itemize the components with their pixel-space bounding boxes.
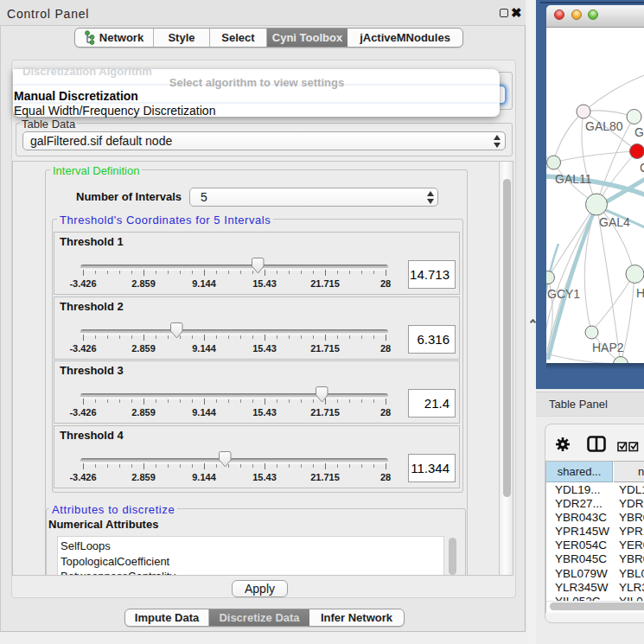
- svg-text:H: H: [636, 286, 644, 300]
- svg-text:GAL80: GAL80: [585, 119, 623, 133]
- svg-text:GA: GA: [634, 125, 644, 139]
- svg-text:GAL4: GAL4: [599, 215, 630, 229]
- svg-text:HAP2: HAP2: [592, 341, 624, 354]
- svg-text:C: C: [640, 161, 644, 175]
- svg-text:GAL11: GAL11: [555, 172, 592, 186]
- svg-text:GCY1: GCY1: [547, 287, 580, 301]
